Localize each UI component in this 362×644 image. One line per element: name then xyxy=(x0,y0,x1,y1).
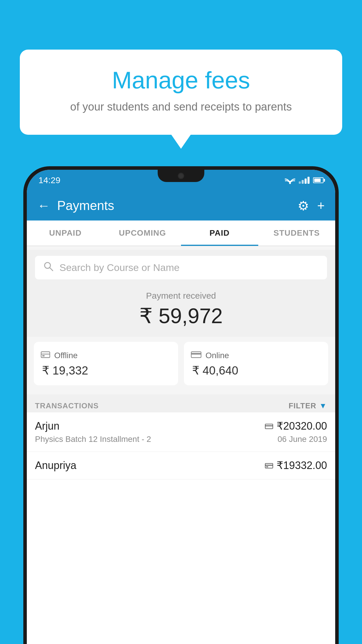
svg-rect-12 xyxy=(266,466,268,467)
offline-amount: ₹ 19,332 xyxy=(41,364,171,377)
transaction-date: 06 June 2019 xyxy=(277,435,327,444)
transaction-amount: ₹20320.00 xyxy=(265,420,327,432)
svg-rect-6 xyxy=(191,352,201,358)
search-bar-container: Search by Course or Name xyxy=(27,250,335,285)
back-button[interactable]: ← xyxy=(37,198,50,213)
phone-frame: 14:29 xyxy=(23,166,339,644)
phone-notch xyxy=(158,170,204,182)
payment-cards: Offline ₹ 19,332 Online ₹ 40,640 xyxy=(27,342,335,385)
app-bar-actions: ⚙ + xyxy=(298,198,325,213)
tab-bar: UNPAID UPCOMING PAID STUDENTS xyxy=(27,220,335,246)
speech-bubble: Manage fees of your students and send re… xyxy=(20,50,342,135)
search-input-wrap[interactable]: Search by Course or Name xyxy=(35,256,327,279)
app-title: Payments xyxy=(57,198,298,213)
card-payment-icon xyxy=(265,420,273,432)
app-bar: ← Payments ⚙ + xyxy=(27,191,335,220)
settings-icon[interactable]: ⚙ xyxy=(298,198,309,213)
online-icon xyxy=(191,350,201,361)
transaction-name: Arjun xyxy=(35,420,59,432)
transaction-item[interactable]: Anupriya ₹19332.00 xyxy=(27,452,335,480)
camera xyxy=(178,173,184,179)
transactions-label: TRANSACTIONS xyxy=(35,401,99,410)
add-icon[interactable]: + xyxy=(317,198,325,213)
tab-students[interactable]: STUDENTS xyxy=(258,220,335,246)
payment-label: Payment received xyxy=(27,291,335,301)
filter-icon: ▼ xyxy=(319,401,327,410)
transaction-list: Arjun ₹20320.00 Physics Batch 12 Install… xyxy=(27,412,335,644)
search-placeholder: Search by Course or Name xyxy=(59,262,180,273)
online-label: Online xyxy=(205,351,229,360)
search-icon xyxy=(43,261,54,274)
tab-paid[interactable]: PAID xyxy=(181,220,258,246)
offline-payment-icon xyxy=(265,459,273,472)
offline-icon xyxy=(41,350,50,361)
power-button xyxy=(335,225,339,254)
tab-upcoming[interactable]: UPCOMING xyxy=(104,220,181,246)
status-time: 14:29 xyxy=(38,175,60,185)
online-amount: ₹ 40,640 xyxy=(191,364,321,377)
svg-rect-8 xyxy=(265,424,273,429)
transaction-course: Physics Batch 12 Installment - 2 xyxy=(35,435,151,444)
offline-card: Offline ₹ 19,332 xyxy=(34,342,178,385)
tab-unpaid[interactable]: UNPAID xyxy=(27,220,104,246)
filter-label: FILTER xyxy=(289,401,316,410)
transaction-amount: ₹19332.00 xyxy=(265,459,327,472)
payment-amount: ₹ 59,972 xyxy=(27,304,335,328)
signal-icon xyxy=(299,177,310,184)
svg-line-2 xyxy=(50,268,53,271)
online-card: Online ₹ 40,640 xyxy=(184,342,328,385)
bubble-subtitle: of your students and send receipts to pa… xyxy=(34,100,328,114)
svg-point-0 xyxy=(289,182,291,184)
svg-rect-10 xyxy=(265,463,273,468)
volume-down-button xyxy=(335,265,339,289)
battery-icon xyxy=(313,177,324,183)
svg-rect-5 xyxy=(42,355,45,356)
svg-rect-3 xyxy=(41,352,50,358)
phone-screen: 14:29 xyxy=(27,170,335,644)
transaction-name: Anupriya xyxy=(35,459,76,472)
offline-label: Offline xyxy=(54,351,78,360)
filter-button[interactable]: FILTER ▼ xyxy=(289,401,327,410)
payment-summary: Payment received ₹ 59,972 xyxy=(27,282,335,337)
bubble-title: Manage fees xyxy=(34,67,328,93)
status-icons xyxy=(285,176,324,184)
transaction-item[interactable]: Arjun ₹20320.00 Physics Batch 12 Install… xyxy=(27,412,335,452)
wifi-icon xyxy=(285,176,295,184)
